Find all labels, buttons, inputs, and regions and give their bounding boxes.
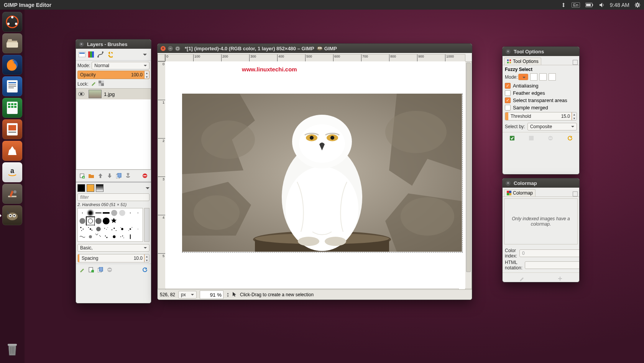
mode-replace-icon[interactable] [518, 74, 528, 80]
html-notation-field[interactable] [525, 261, 580, 269]
svg-rect-48 [79, 53, 85, 54]
svg-rect-133 [507, 62, 509, 63]
selectby-label: Select by: [505, 124, 525, 129]
eye-icon[interactable] [76, 91, 86, 97]
lock-pixel-icon[interactable] [91, 81, 96, 87]
wilber-icon [317, 45, 323, 52]
anchor-layer-icon[interactable] [124, 172, 132, 180]
svg-rect-50 [90, 51, 92, 58]
brush-grid[interactable] [77, 208, 143, 242]
maximize-icon[interactable]: ▢ [175, 46, 180, 51]
reset-preset-icon[interactable] [565, 134, 574, 142]
launcher-trash[interactable] [2, 339, 22, 359]
statusbar: 526, 82 px ▲▼ Click-Drag to create a new… [158, 289, 472, 300]
lower-layer-icon[interactable] [105, 172, 114, 180]
sample-merged-checkbox[interactable]: Sample merged [505, 105, 577, 111]
delete-brush-icon[interactable] [105, 266, 114, 274]
delete-layer-icon[interactable] [141, 172, 149, 180]
channels-tab-icon[interactable] [87, 50, 95, 59]
scrollbar-v[interactable] [465, 61, 472, 289]
duplicate-layer-icon[interactable] [115, 172, 123, 180]
svg-point-112 [320, 47, 322, 49]
undo-tab-icon[interactable] [105, 50, 114, 59]
layer-row[interactable]: 1.jpg [76, 89, 151, 99]
close-icon[interactable]: × [506, 181, 511, 186]
add-color-icon[interactable] [556, 274, 564, 282]
colormap-tab[interactable]: Colormap [504, 189, 536, 196]
canvas[interactable]: www.linuxtechi.com [165, 61, 465, 289]
new-layer-icon[interactable] [78, 172, 86, 180]
clock[interactable]: 9:48 AM [610, 2, 629, 8]
color-index-field[interactable] [519, 249, 580, 257]
launcher-gimp[interactable] [2, 205, 22, 225]
svg-point-80 [90, 228, 91, 229]
brush-scrollbar[interactable] [144, 208, 150, 242]
mode-intersect-icon[interactable] [549, 73, 556, 81]
layer-group-icon[interactable] [87, 172, 95, 180]
launcher-software[interactable] [2, 141, 22, 161]
brush-menu-icon[interactable] [146, 185, 150, 191]
mode-label: Mode: [77, 63, 90, 68]
duplicate-brush-icon[interactable] [96, 266, 105, 274]
battery-icon[interactable] [585, 3, 594, 7]
gear-icon[interactable] [635, 2, 640, 8]
tool-options-tab[interactable]: Tool Options [504, 58, 541, 65]
svg-point-41 [10, 215, 11, 216]
dock-menu-icon[interactable] [141, 50, 149, 59]
paths-tab-icon[interactable] [96, 50, 105, 59]
mode-add-icon[interactable] [530, 73, 537, 81]
lock-alpha-icon[interactable] [99, 81, 104, 87]
dock-menu-icon[interactable] [573, 60, 578, 65]
antialias-checkbox[interactable]: Antialiasing [505, 83, 577, 89]
launcher: a [0, 10, 25, 363]
zoom-arrows[interactable]: ▲▼ [227, 292, 229, 297]
launcher-calc[interactable] [2, 98, 22, 118]
launcher-writer[interactable] [2, 76, 22, 96]
svg-rect-136 [529, 136, 534, 140]
mode-subtract-icon[interactable] [539, 73, 547, 81]
launcher-impress[interactable] [2, 119, 22, 139]
transparent-checkbox[interactable]: Select transparent areas [505, 97, 577, 103]
minimize-icon[interactable]: – [168, 46, 173, 51]
network-icon[interactable] [561, 2, 566, 8]
svg-point-102 [123, 238, 124, 238]
restore-preset-icon[interactable] [527, 134, 536, 142]
close-icon[interactable]: × [79, 42, 84, 47]
sound-icon[interactable] [599, 2, 605, 8]
raise-layer-icon[interactable] [96, 172, 105, 180]
new-brush-icon[interactable] [87, 266, 95, 274]
threshold-field[interactable]: Threshold 15.0 ▲▼ [505, 112, 577, 120]
brush-filter-input[interactable] [77, 193, 150, 201]
layers-tab-icon[interactable] [78, 50, 86, 59]
launcher-amazon[interactable]: a [2, 162, 22, 182]
svg-point-95 [138, 229, 138, 229]
selectby-select[interactable]: Composite [527, 123, 577, 130]
delete-preset-icon[interactable] [546, 134, 555, 142]
launcher-dash[interactable] [2, 12, 22, 32]
brush-preset-select[interactable]: Basic, [77, 244, 150, 252]
svg-rect-18 [8, 39, 12, 41]
svg-point-92 [129, 228, 131, 229]
launcher-firefox[interactable] [2, 55, 22, 75]
mode-select[interactable]: Normal [92, 62, 150, 69]
close-icon[interactable]: × [506, 49, 511, 54]
save-preset-icon[interactable] [508, 134, 516, 142]
edit-brush-icon[interactable] [78, 266, 86, 274]
colormap-title: Colormap [514, 180, 537, 186]
launcher-files[interactable] [2, 33, 22, 53]
close-icon[interactable]: × [161, 46, 166, 51]
dock-menu-icon[interactable] [573, 191, 578, 196]
refresh-brush-icon[interactable] [141, 266, 149, 274]
layer-list[interactable]: 1.jpg [76, 88, 151, 170]
feather-checkbox[interactable]: Feather edges [505, 90, 577, 96]
unit-select[interactable]: px [178, 291, 197, 299]
edit-color-icon[interactable] [518, 274, 526, 282]
color-index-label: Color index: [505, 248, 517, 259]
fg-color[interactable] [77, 184, 85, 192]
opacity-field[interactable]: Opacity 100.0 ▲▼ [77, 71, 150, 79]
spacing-field[interactable]: Spacing 10.0 ▲▼ [77, 254, 150, 262]
launcher-settings[interactable] [2, 184, 22, 204]
svg-rect-27 [11, 103, 13, 105]
keyboard-lang[interactable]: En [572, 2, 580, 8]
zoom-field[interactable] [200, 290, 223, 299]
